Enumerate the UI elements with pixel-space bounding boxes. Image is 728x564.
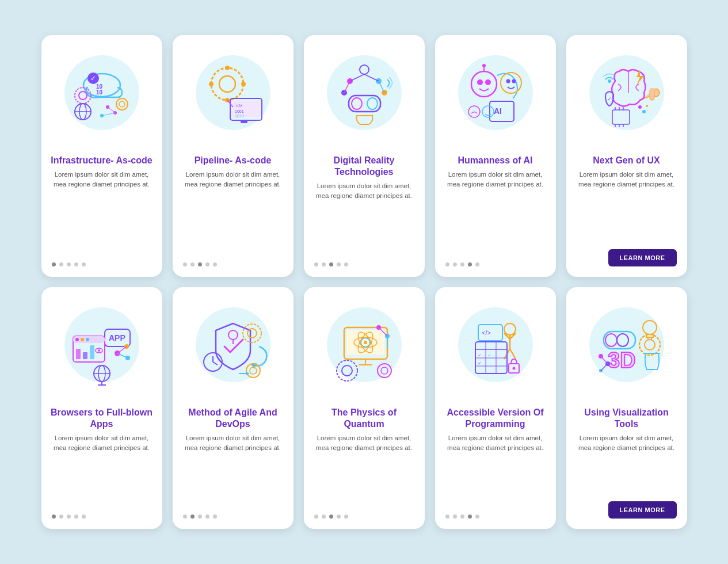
svg-text:1001: 1001: [235, 109, 244, 113]
card-body-10: Lorem ipsum dolor sit dim amet, mea regi…: [566, 433, 687, 494]
svg-text:10: 10: [96, 89, 103, 96]
dot: [205, 262, 209, 266]
dots-2: [173, 262, 294, 266]
svg-text:1010: 1010: [235, 114, 244, 118]
card-title-4: Humanness of AI: [448, 150, 542, 170]
illustration-quantum: [304, 287, 425, 402]
card-title-9: Accessible Version Of Programming: [435, 402, 556, 433]
svg-point-96: [196, 307, 270, 382]
dot: [82, 515, 86, 519]
dots-1: [41, 262, 162, 266]
svg-point-46: [458, 55, 533, 130]
dot: [67, 262, 71, 266]
svg-text:✓: ✓: [607, 96, 612, 102]
card-footer-5: LEARN MORE: [566, 242, 687, 266]
svg-point-18: [196, 55, 270, 130]
svg-text:AI: AI: [494, 106, 502, 116]
learn-more-button-2[interactable]: LEARN MORE: [608, 501, 677, 519]
svg-text:3D: 3D: [608, 348, 636, 372]
card-pipeline: </> 1001 1010 Pipeline- As-code Lorem ip…: [173, 35, 294, 277]
svg-point-49: [485, 79, 491, 85]
dot: [198, 262, 202, 266]
card-agile-devops: Method of Agile And DevOps Lorem ipsum d…: [173, 287, 294, 529]
card-browsers: APP: [41, 287, 162, 529]
svg-point-127: [458, 307, 533, 382]
svg-point-53: [506, 79, 510, 83]
illustration-browser: APP: [41, 287, 162, 402]
card-humanness-ai: AI Humanness of AI Lorem ipsum dolor sit…: [435, 35, 556, 277]
svg-rect-81: [76, 349, 81, 359]
card-body-5: Lorem ipsum dolor sit dim amet, mea regi…: [566, 170, 687, 242]
dot: [344, 515, 348, 519]
card-programming: ✓ ✓ ✓ </> Accessible Version Of Programm…: [435, 287, 556, 529]
dot: [205, 515, 209, 519]
dots-6: [41, 515, 162, 519]
card-body-6: Lorem ipsum dolor sit dim amet, mea regi…: [41, 433, 162, 506]
dot: [314, 262, 318, 266]
dot: [213, 262, 217, 266]
dot: [475, 515, 479, 519]
dot: [190, 262, 195, 266]
svg-point-79: [81, 338, 84, 341]
svg-point-78: [75, 338, 79, 341]
dot: [344, 262, 348, 266]
svg-point-80: [86, 338, 89, 341]
dot: [198, 515, 202, 519]
dot: [329, 262, 333, 266]
svg-point-61: [608, 79, 611, 83]
dot: [445, 515, 449, 519]
illustration-ai: AI: [435, 35, 556, 150]
card-title-10: Using Visualization Tools: [566, 402, 687, 433]
svg-rect-82: [83, 352, 87, 359]
dot: [52, 515, 56, 519]
illustration-visualization: 3D 3D: [566, 287, 687, 402]
svg-point-51: [482, 64, 486, 67]
card-title-1: Infrastructure- As-code: [41, 150, 161, 170]
dot: [183, 262, 187, 266]
dot: [322, 515, 326, 519]
dot: [74, 262, 78, 266]
card-body-3: Lorem ipsum dolor sit dim amet, mea regi…: [304, 181, 425, 254]
card-title-3: Digital Reality Technologies: [304, 150, 425, 181]
dot: [52, 262, 56, 266]
dot: [74, 515, 78, 519]
card-title-7: Method of Agile And DevOps: [173, 402, 294, 433]
svg-text:</>: </>: [482, 329, 491, 336]
dots-8: [304, 515, 425, 519]
card-body-4: Lorem ipsum dolor sit dim amet, mea regi…: [435, 170, 556, 254]
illustration-infra: 10 10 ✓: [41, 35, 162, 150]
svg-rect-60: [650, 89, 654, 100]
dot: [190, 515, 195, 519]
svg-text:</>: </>: [236, 103, 242, 108]
svg-text:✓: ✓: [487, 353, 491, 358]
svg-point-146: [512, 367, 515, 370]
dot: [337, 515, 341, 519]
dot: [475, 262, 479, 266]
dot: [468, 515, 472, 519]
illustration-digital: [304, 35, 425, 150]
dot: [460, 515, 464, 519]
card-body-2: Lorem ipsum dolor sit dim amet, mea regi…: [173, 170, 294, 254]
dot: [322, 262, 326, 266]
dot: [67, 515, 71, 519]
svg-rect-83: [90, 345, 94, 359]
svg-point-54: [512, 79, 516, 83]
dot: [329, 515, 333, 519]
dot: [453, 515, 457, 519]
svg-text:APP: APP: [109, 333, 125, 342]
dots-9: [435, 515, 556, 519]
svg-point-48: [477, 79, 483, 85]
svg-rect-30: [241, 120, 247, 123]
svg-point-21: [225, 66, 230, 70]
dot: [460, 262, 464, 266]
dot: [213, 515, 217, 519]
dots-3: [304, 262, 425, 266]
card-next-gen-ux: ✓ Next Gen of UX Lorem ipsum dolor sit d…: [566, 35, 687, 277]
learn-more-button-1[interactable]: LEARN MORE: [608, 249, 677, 266]
svg-point-32: [327, 55, 402, 130]
svg-text:✓: ✓: [90, 74, 96, 82]
svg-point-116: [364, 341, 367, 344]
dot: [59, 515, 63, 519]
dot: [314, 515, 318, 519]
illustration-programming: ✓ ✓ ✓ </>: [435, 287, 556, 402]
